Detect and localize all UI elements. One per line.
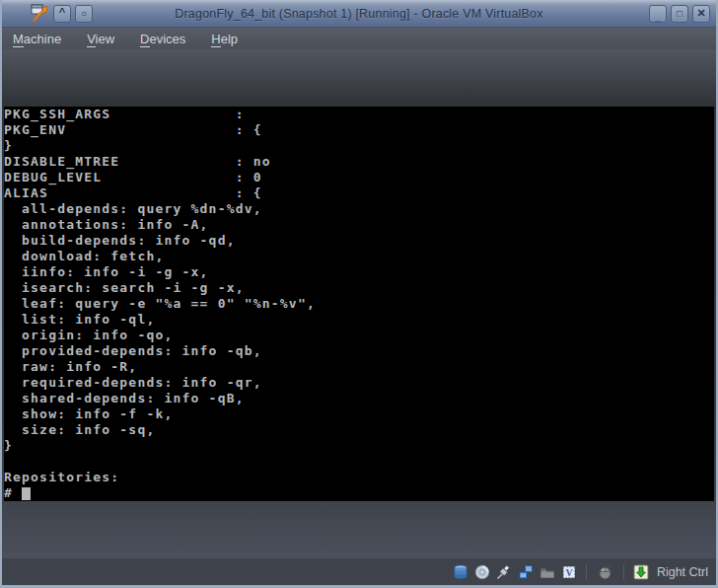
statusbar-separator [623, 564, 624, 580]
maximize-button[interactable]: □ [671, 5, 688, 23]
host-key-icon [633, 564, 649, 580]
menu-view[interactable]: View [87, 32, 114, 46]
virtualbox-vm-window: ^ ○ DragonFly_64_bit (Snapshot 1) [Runni… [0, 0, 718, 588]
mouse-icon[interactable] [596, 564, 614, 580]
menu-help[interactable]: Help [211, 32, 238, 46]
shade-icon: ^ [59, 7, 65, 18]
shade-button[interactable]: ^ [53, 5, 71, 23]
host-key-label: Right Ctrl [657, 565, 708, 579]
network-icon[interactable] [518, 564, 534, 580]
shared-folders-icon[interactable] [539, 564, 555, 580]
guest-screen[interactable]: PKG_SSH_ARGS : PKG_ENV : { } DISABLE_MTR… [4, 107, 714, 501]
vm-window-icon [30, 4, 49, 24]
maximize-icon: □ [677, 9, 682, 19]
statusbar: V Right Ctrl [2, 558, 716, 585]
vm-viewport: PKG_SSH_ARGS : PKG_ENV : { } DISABLE_MTR… [2, 49, 716, 558]
usb-icon[interactable] [496, 564, 512, 580]
titlebar: ^ ○ DragonFly_64_bit (Snapshot 1) [Runni… [2, 0, 716, 28]
minimize-button[interactable]: _ [649, 5, 667, 23]
close-button[interactable]: ✕ [692, 5, 710, 23]
window-title: DragonFly_64_bit (Snapshot 1) [Running] … [2, 0, 716, 27]
sticky-icon: ○ [81, 9, 87, 19]
menubar: Machine View Devices Help [2, 28, 716, 49]
minimize-icon: _ [655, 11, 661, 22]
terminal-cursor [22, 487, 31, 500]
statusbar-separator [586, 564, 587, 580]
menu-devices[interactable]: Devices [140, 32, 185, 46]
menu-machine[interactable]: Machine [13, 32, 61, 46]
sticky-button[interactable]: ○ [75, 5, 93, 23]
terminal-text: PKG_SSH_ARGS : PKG_ENV : { } DISABLE_MTR… [4, 107, 714, 485]
display-icon[interactable]: V [561, 564, 577, 580]
hard-disks-icon[interactable] [453, 564, 468, 580]
svg-text:V: V [565, 566, 573, 577]
optical-disk-icon[interactable] [474, 564, 490, 580]
terminal-prompt: # [4, 485, 22, 500]
terminal-output: PKG_SSH_ARGS : PKG_ENV : { } DISABLE_MTR… [4, 107, 714, 501]
close-icon: ✕ [696, 8, 705, 19]
